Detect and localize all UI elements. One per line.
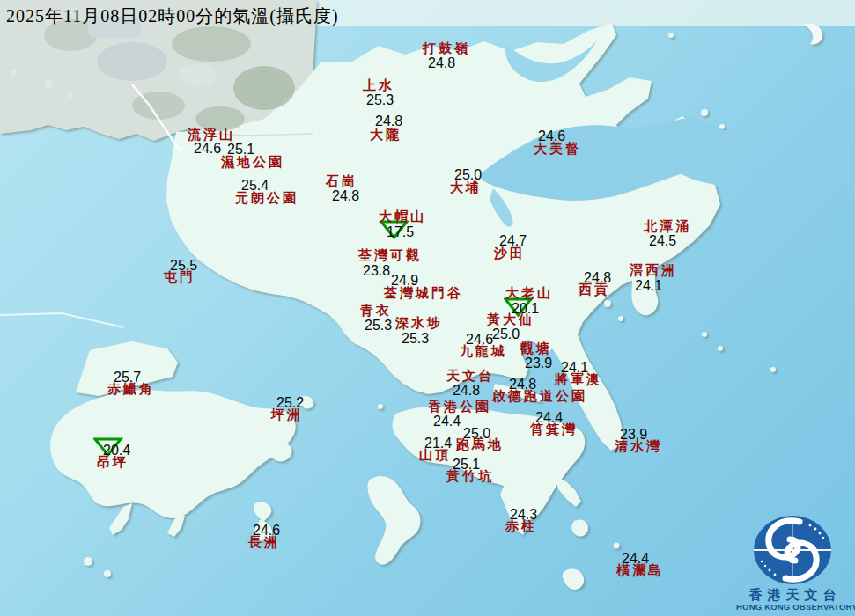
station-name-label: 上水 (363, 79, 394, 92)
hko-logo-emblem (736, 513, 854, 587)
station-temperature-value: 24.8 (375, 114, 402, 128)
station-name-label: 西貢 (579, 283, 610, 297)
station-name-label: 流浮山 (188, 128, 235, 142)
station-name-label: 大隴 (370, 128, 402, 142)
station-name-label: 昂坪 (97, 456, 129, 469)
station-temperature-value: 24.1 (635, 279, 662, 293)
station-temperature-value: 24.8 (453, 384, 480, 398)
station-name-label: 荃灣可觀 (358, 249, 422, 262)
station-name-label: 北潭涌 (644, 220, 691, 233)
hko-logo-english-name: HONG KONG OBSERVATORY (736, 602, 854, 612)
station-name-label: 赤鱲角 (107, 383, 155, 396)
station-name-label: 清水灣 (615, 440, 662, 453)
station-name-label: 青衣 (360, 304, 392, 318)
station-name-label: 黃竹坑 (446, 470, 494, 483)
station-name-label: 長洲 (248, 536, 280, 549)
station-name-label: 坪洲 (271, 408, 303, 422)
station-name-label: 跑馬地 (456, 438, 504, 451)
station-temperature-value: 24.8 (428, 56, 455, 70)
station-name-label: 沙田 (494, 247, 526, 260)
station-name-label: 觀塘 (520, 342, 552, 356)
station-temperature-value: 25.3 (366, 93, 394, 107)
station-name-label: 荃灣城門谷 (384, 287, 463, 300)
station-temperature-value: 25.3 (365, 319, 392, 333)
station-name-label: 啟德跑道公園 (492, 390, 587, 403)
station-temperature-value: 23.9 (525, 356, 552, 370)
station-temperature-value: 23.8 (363, 264, 390, 278)
station-name-label: 屯門 (164, 271, 195, 284)
station-name-label: 深水埗 (395, 317, 443, 330)
hko-logo: 香港天文台 HONG KONG OBSERVATORY (736, 513, 854, 616)
station-name-label: 天文台 (446, 370, 494, 383)
station-name-label: 大老山 (505, 287, 553, 300)
station-name-label: 香港公園 (428, 400, 491, 414)
station-temperature-value: 24.8 (332, 189, 359, 203)
station-name-label: 滘西洲 (630, 264, 677, 277)
station-temperature-value: 24.6 (194, 142, 221, 156)
station-temperature-value: 24.4 (433, 414, 461, 429)
station-name-label: 筲箕灣 (530, 423, 578, 436)
station-name-label: 石崗 (326, 175, 357, 188)
station-temperature-value: 25.3 (402, 332, 429, 346)
station-temperature-value: 25.0 (492, 327, 520, 341)
station-name-label: 打鼓嶺 (423, 42, 470, 55)
station-name-label: 大埔 (450, 181, 482, 194)
hko-temperature-map: 2025年11月08日02時00分的氣溫(攝氏度) 24.8打鼓嶺25.3上水2… (0, 0, 855, 616)
station-name-label: 大帽山 (379, 210, 426, 224)
station-name-label: 元朗公園 (235, 192, 299, 205)
stations-layer: 24.8打鼓嶺25.3上水24.8大隴24.6流浮山25.1濕地公園25.4元朗… (0, 0, 855, 616)
station-name-label: 山頂 (419, 449, 451, 462)
station-name-label: 橫瀾島 (616, 564, 664, 577)
station-name-label: 將軍澳 (555, 373, 602, 386)
station-name-label: 大美督 (534, 143, 581, 156)
station-name-label: 赤柱 (505, 520, 537, 533)
station-name-label: 黃大仙 (487, 313, 534, 326)
station-name-label: 九龍城 (460, 345, 507, 358)
station-temperature-value: 17.5 (387, 225, 414, 239)
station-temperature-value: 24.5 (649, 234, 676, 248)
station-name-label: 濕地公園 (221, 156, 284, 169)
